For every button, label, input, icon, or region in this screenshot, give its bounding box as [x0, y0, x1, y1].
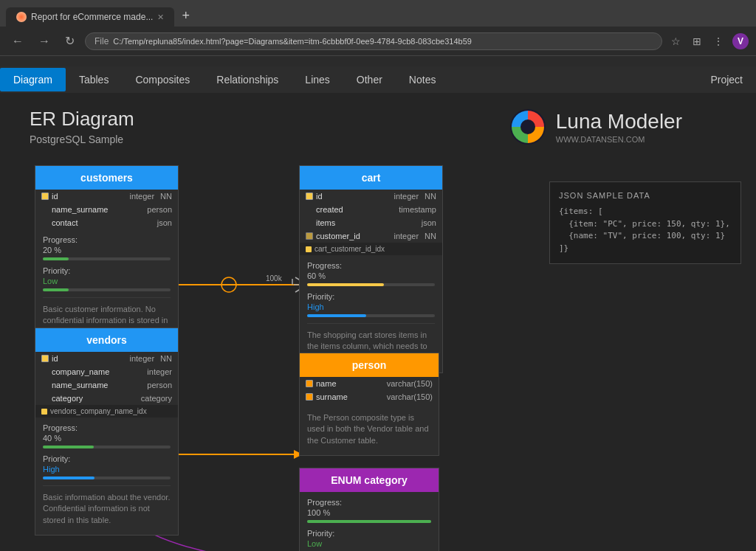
progress-label: Progress:	[43, 235, 171, 244]
menu-project[interactable]: Project	[697, 68, 756, 91]
logo-area: Luna Modeler WWW.DATANSEN.COM	[509, 108, 682, 146]
separator	[43, 297, 171, 298]
category-progress: 100 %	[307, 508, 431, 517]
reload-button[interactable]: ↻	[61, 31, 79, 51]
priority-label: Priority:	[43, 454, 171, 463]
category-meta: Progress: 100 % Priority: Low	[300, 492, 439, 551]
nav-icons: ☆ ⊞ ⋮ V	[668, 32, 749, 50]
tab-title: Report for eCommerce made...	[31, 12, 153, 22]
menu-composites[interactable]: Composites	[122, 68, 203, 91]
vendors-progress-bar-bg	[43, 446, 171, 448]
priority-label: Priority:	[307, 529, 431, 538]
logo-text: Luna Modeler WWW.DATANSEN.COM	[556, 110, 682, 144]
menu-notes[interactable]: Notes	[396, 68, 450, 91]
extensions-button[interactable]: ⊞	[690, 32, 704, 50]
vendors-table[interactable]: vendors id integer NN company_name integ…	[35, 328, 179, 536]
cart-idx-row: cart_customer_id_idx	[300, 243, 442, 255]
category-progress-bar	[307, 520, 431, 523]
customers-row-contact: contact json	[35, 216, 178, 229]
app-menubar: Diagram Tables Composites Relationships …	[0, 66, 756, 93]
bookmark-button[interactable]: ☆	[668, 32, 684, 50]
cart-progress-bar-bg	[307, 283, 435, 286]
enum-label: ENUM	[331, 474, 361, 486]
menu-lines[interactable]: Lines	[292, 68, 343, 91]
active-tab[interactable]: Report for eCommerce made... ✕	[6, 7, 174, 27]
menu-other[interactable]: Other	[343, 68, 396, 91]
cart-progress-bar	[307, 283, 384, 286]
forward-button[interactable]: →	[34, 32, 55, 51]
main-canvas: 1 100k ER Diagram PostgreSQL Sample	[0, 93, 756, 551]
category-table[interactable]: ENUM category Progress: 100 % Priority: …	[299, 468, 439, 551]
idx-icon	[41, 409, 47, 415]
vendors-row-id: id integer NN	[35, 352, 178, 365]
cart-header: cart	[300, 166, 442, 190]
separator	[43, 485, 171, 486]
vendors-progress-bar	[43, 446, 94, 448]
page-subtitle: PostgreSQL Sample	[30, 134, 134, 145]
cart-idx-name: cart_customer_id_idx	[315, 245, 385, 253]
json-sample-box: JSON SAMPLE DATA {items: [ {item: "PC", …	[549, 181, 741, 264]
cart-priority-bar	[307, 314, 435, 317]
vendors-priority-bar	[43, 477, 171, 479]
menu-diagram[interactable]: Diagram	[0, 68, 66, 91]
composite-icon	[306, 380, 313, 387]
tab-close-button[interactable]: ✕	[157, 13, 164, 22]
svg-point-0	[221, 277, 236, 292]
protocol-label: File	[94, 36, 109, 46]
nav-bar: ← → ↻ File C:/Temp/repluna85/index.html?…	[0, 27, 756, 56]
customers-progress-bar	[43, 257, 69, 260]
customers-progress-bar-bg	[43, 257, 171, 260]
new-tab-button[interactable]: +	[174, 5, 197, 27]
menu-relationships[interactable]: Relationships	[203, 68, 292, 91]
person-desc: The Person composite type is used in bot…	[307, 409, 431, 449]
cart-progress: 60 %	[307, 271, 435, 280]
cart-table[interactable]: cart id integer NN created timestamp ite…	[299, 165, 443, 373]
back-button[interactable]: ←	[7, 32, 28, 51]
vendors-priority-fill	[43, 477, 94, 479]
tab-favicon	[16, 12, 27, 22]
vendors-row-category: category category	[35, 392, 178, 405]
vendors-row-name: name_surname person	[35, 378, 178, 392]
progress-label: Progress:	[307, 498, 431, 507]
pk-icon	[41, 193, 49, 200]
customers-priority-fill	[43, 288, 69, 291]
cart-row-items: items json	[300, 216, 442, 229]
pk-icon	[306, 193, 313, 200]
customers-table[interactable]: customers id integer NN name_surname per…	[35, 165, 179, 347]
address-text: C:/Temp/repluna85/index.html?page=Diagra…	[113, 37, 472, 46]
profile-avatar[interactable]: V	[732, 33, 749, 49]
vendors-desc: Basic information about the vendor. Conf…	[43, 489, 171, 529]
person-header: person	[300, 353, 439, 377]
menu-tables[interactable]: Tables	[66, 68, 122, 91]
progress-label: Progress:	[307, 261, 435, 270]
separator	[307, 323, 435, 324]
idx-icon	[306, 246, 312, 252]
cart-priority: High	[307, 302, 435, 311]
customers-priority-bar	[43, 288, 171, 291]
customers-row-id: id integer NN	[35, 190, 178, 203]
fk-icon	[306, 232, 313, 240]
category-progress-bar-bg	[307, 520, 431, 523]
person-row-surname: surname varchar(150)	[300, 390, 439, 403]
svg-text:100k: 100k	[266, 274, 283, 283]
menu-button[interactable]: ⋮	[710, 32, 726, 50]
person-table[interactable]: person name varchar(150) surname varchar…	[299, 353, 439, 456]
svg-point-8	[520, 119, 535, 134]
cart-row-created: created timestamp	[300, 203, 442, 216]
browser-chrome: Report for eCommerce made... ✕ + ← → ↻ F…	[0, 0, 756, 66]
vendors-priority: High	[43, 465, 171, 474]
cart-priority-fill	[307, 314, 366, 317]
customers-row-name: name_surname person	[35, 203, 178, 216]
cart-row-id: id integer NN	[300, 190, 442, 203]
address-bar[interactable]: File C:/Temp/repluna85/index.html?page=D…	[85, 32, 662, 50]
vendors-idx-row: vendors_company_name_idx	[35, 405, 178, 417]
logo-name: Luna Modeler	[556, 110, 682, 134]
composite-icon	[306, 393, 313, 401]
customers-header: customers	[35, 166, 178, 190]
category-header: ENUM category	[300, 468, 439, 492]
vendors-progress: 40 %	[43, 434, 171, 443]
luna-modeler-logo	[509, 108, 547, 146]
priority-label: Priority:	[307, 292, 435, 301]
page-title-area: ER Diagram PostgreSQL Sample	[30, 108, 134, 145]
logo-url: WWW.DATANSEN.COM	[556, 135, 682, 144]
